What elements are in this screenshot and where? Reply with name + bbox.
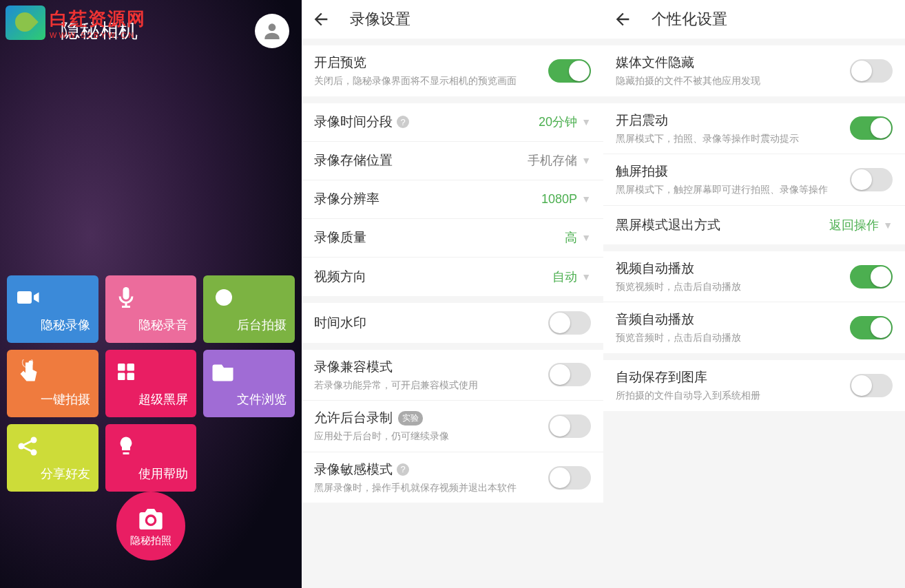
tile-grid[interactable]: 超级黑屏 <box>105 350 197 417</box>
setting-value: 20分钟 <box>539 114 577 130</box>
setting-row: 时间水印 <box>302 303 603 343</box>
setting-value: 手机存储 <box>528 152 577 169</box>
watermark-title: 白荭资源网 <box>50 7 146 31</box>
setting-title: 触屏拍摄 <box>616 162 850 180</box>
setting-row[interactable]: 视频方向自动▼ <box>302 258 603 296</box>
setting-title: 录像分辨率 <box>314 190 541 208</box>
tile-dot[interactable]: 后台拍摄 <box>203 275 295 343</box>
video-icon <box>15 285 40 310</box>
tile-label: 隐秘录音 <box>138 317 188 333</box>
svg-rect-1 <box>17 291 32 304</box>
setting-row[interactable]: 录像质量高▼ <box>302 219 603 258</box>
setting-row[interactable]: 录像时间分段?20分钟▼ <box>302 103 603 142</box>
setting-title: 开启震动 <box>616 112 850 129</box>
setting-row: 视频自动播放预览视频时，点击后自动播放 <box>603 251 905 303</box>
chevron-down-icon: ▼ <box>883 220 893 231</box>
toggle[interactable] <box>850 168 893 191</box>
toggle[interactable] <box>850 59 893 83</box>
tile-video[interactable]: 隐秘录像 <box>7 275 98 343</box>
setting-value: 自动 <box>552 269 577 285</box>
tile-share[interactable]: 分享好友 <box>7 424 98 492</box>
toggle[interactable] <box>548 59 591 83</box>
personalization-settings-screen: 个性化设置 媒体文件隐藏隐藏拍摄的文件不被其他应用发现开启震动黑屏模式下，拍照、… <box>603 0 905 588</box>
setting-title: 开启预览 <box>314 54 548 72</box>
setting-desc: 若录像功能异常，可开启兼容模式使用 <box>314 379 548 392</box>
capture-button[interactable]: 隐秘拍照 <box>116 492 185 560</box>
tile-mic[interactable]: 隐秘录音 <box>105 275 197 343</box>
setting-title: 黑屏模式退出方式 <box>616 216 829 234</box>
watermark-url: WWW.52BYW.CN <box>50 31 146 39</box>
toggle[interactable] <box>548 363 591 386</box>
svg-rect-7 <box>118 373 125 381</box>
setting-title: 录像时间分段? <box>314 113 539 131</box>
setting-row: 开启震动黑屏模式下，拍照、录像等操作时震动提示 <box>603 103 905 155</box>
watermark-logo-icon <box>6 6 45 40</box>
user-icon <box>261 20 283 42</box>
setting-row[interactable]: 录像分辨率1080P▼ <box>302 180 603 219</box>
grid-icon <box>114 359 138 384</box>
capture-label: 隐秘拍照 <box>130 534 171 547</box>
back-arrow-icon <box>311 10 331 29</box>
setting-row: 音频自动播放预览音频时，点击后自动播放 <box>603 302 905 353</box>
toggle[interactable] <box>548 311 591 335</box>
chevron-down-icon: ▼ <box>581 232 591 243</box>
badge: 实验 <box>398 411 423 426</box>
folder-icon <box>211 359 236 384</box>
tile-touch[interactable]: 一键拍摄 <box>7 350 98 417</box>
setting-row: 开启预览关闭后，隐秘录像界面将不显示相机的预览画面 <box>302 45 603 96</box>
chevron-down-icon: ▼ <box>581 116 591 127</box>
toggle[interactable] <box>850 116 893 140</box>
setting-desc: 关闭后，隐秘录像界面将不显示相机的预览画面 <box>314 74 548 88</box>
tile-folder[interactable]: 文件浏览 <box>203 350 295 417</box>
tile-bulb[interactable]: 使用帮助 <box>105 424 197 492</box>
toggle[interactable] <box>548 466 591 490</box>
setting-desc: 隐藏拍摄的文件不被其他应用发现 <box>616 74 850 88</box>
setting-value: 高 <box>565 229 577 246</box>
setting-row[interactable]: 黑屏模式退出方式返回操作▼ <box>603 206 905 244</box>
tile-label: 分享好友 <box>41 465 90 482</box>
page-title: 个性化设置 <box>652 9 727 30</box>
back-button[interactable] <box>311 10 331 29</box>
tile-label: 隐秘录像 <box>41 317 90 333</box>
svg-rect-2 <box>123 287 129 300</box>
main-screen: 白荭资源网 WWW.52BYW.CN 隐秘相机 隐秘录像隐秘录音后台拍摄一键拍摄… <box>0 0 302 588</box>
back-button[interactable] <box>613 10 632 29</box>
dot-icon <box>211 285 236 310</box>
setting-desc: 黑屏模式下，触控屏幕即可进行拍照、录像等操作 <box>616 183 850 197</box>
header: 个性化设置 <box>603 0 905 39</box>
chevron-down-icon: ▼ <box>581 193 591 204</box>
camera-icon <box>137 505 165 533</box>
toggle[interactable] <box>850 265 893 288</box>
help-icon[interactable]: ? <box>397 463 409 476</box>
tile-label: 一键拍摄 <box>41 391 90 408</box>
chevron-down-icon: ▼ <box>581 155 591 166</box>
toggle[interactable] <box>850 374 893 397</box>
setting-row: 录像敏感模式?黑屏录像时，操作手机就保存视频并退出本软件 <box>302 452 603 503</box>
setting-title: 录像质量 <box>314 229 565 246</box>
setting-desc: 应用处于后台时，仍可继续录像 <box>314 430 548 443</box>
page-title: 录像设置 <box>350 9 410 30</box>
profile-button[interactable] <box>255 14 289 48</box>
watermark: 白荭资源网 WWW.52BYW.CN <box>6 6 146 40</box>
chevron-down-icon: ▼ <box>581 271 591 282</box>
tile-label: 后台拍摄 <box>237 317 287 333</box>
setting-title: 允许后台录制实验 <box>314 409 548 427</box>
setting-desc: 预览音频时，点击后自动播放 <box>616 331 850 345</box>
setting-title: 录像存储位置 <box>314 151 528 169</box>
toggle[interactable] <box>548 414 591 438</box>
setting-row: 录像兼容模式若录像功能异常，可开启兼容模式使用 <box>302 350 603 401</box>
svg-rect-8 <box>127 373 134 381</box>
setting-title: 录像兼容模式 <box>314 358 548 376</box>
setting-desc: 黑屏录像时，操作手机就保存视频并退出本软件 <box>314 481 548 495</box>
tile-label: 超级黑屏 <box>138 391 188 408</box>
svg-point-0 <box>269 23 276 31</box>
setting-title: 时间水印 <box>314 314 548 332</box>
touch-icon <box>15 359 40 384</box>
toggle[interactable] <box>850 316 893 339</box>
tile-label: 使用帮助 <box>138 465 188 482</box>
setting-title: 视频方向 <box>314 268 552 286</box>
share-icon <box>15 434 40 459</box>
help-icon[interactable]: ? <box>397 116 409 128</box>
setting-row: 自动保存到图库所拍摄的文件自动导入到系统相册 <box>603 360 905 411</box>
setting-row[interactable]: 录像存储位置手机存储▼ <box>302 142 603 180</box>
